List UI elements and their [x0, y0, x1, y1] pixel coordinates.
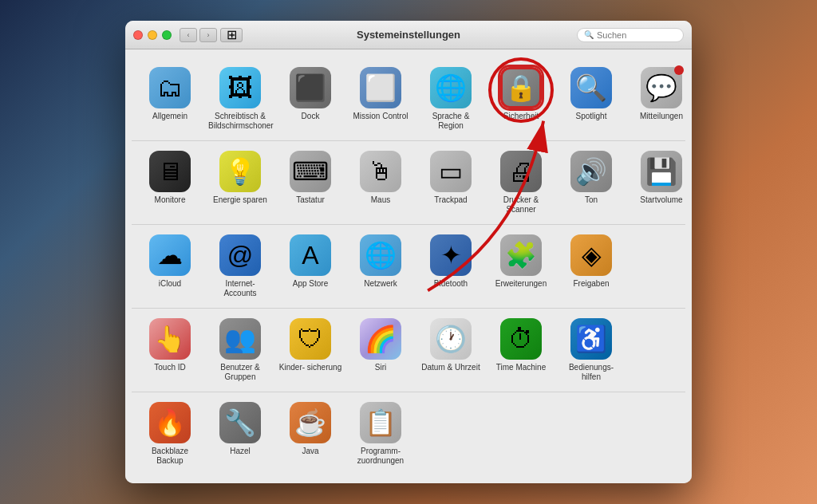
timemachine-emoji: ⏱ [508, 326, 534, 352]
icon-item-programm[interactable]: 📋Programm- zuordnungen [345, 399, 416, 469]
icon-item-touchid[interactable]: 👆Touch ID [135, 315, 205, 376]
icon-item-spotlight[interactable]: 🔍Spotlight [556, 64, 626, 124]
datum-label: Datum & Uhrzeit [421, 363, 480, 372]
backblaze-icon: 🔥 [149, 402, 191, 443]
icloud-label: iCloud [159, 279, 181, 289]
drucker-icon: 🖨 [500, 151, 542, 192]
icon-item-kinder[interactable]: 🛡Kinder- sicherung [275, 315, 345, 376]
touchid-emoji: 👆 [154, 326, 186, 352]
sicherheit-label: Sicherheit [503, 112, 539, 121]
search-box[interactable]: 🔍 [577, 28, 684, 42]
icon-item-dock[interactable]: ⬛Dock [275, 64, 345, 124]
benutzer-emoji: 👥 [224, 326, 256, 352]
icon-item-monitore[interactable]: 🖥Monitore [135, 148, 205, 208]
icon-item-drucker[interactable]: 🖨Drucker & Scanner [486, 148, 556, 218]
icon-item-backblaze[interactable]: 🔥Backblaze Backup [135, 399, 205, 469]
spotlight-icon: 🔍 [570, 67, 612, 108]
spotlight-label: Spotlight [576, 112, 607, 121]
icon-item-appstore[interactable]: AApp Store [275, 231, 345, 292]
schreibtisch-label: Schreibtisch & Bildschirmschoner [208, 112, 272, 131]
bedienung-icon: ♿ [570, 318, 612, 360]
icon-item-schreibtisch[interactable]: 🖼Schreibtisch & Bildschirmschoner [205, 64, 275, 134]
hazel-emoji: 🔧 [224, 410, 256, 435]
icon-item-energie[interactable]: 💡Energie sparen [205, 148, 275, 208]
siri-emoji: 🌈 [365, 326, 397, 352]
nav-buttons: ‹ › [180, 28, 217, 42]
icon-item-java[interactable]: ☕Java [275, 399, 345, 459]
icon-item-sicherheit[interactable]: 🔒Sicherheit [486, 64, 556, 124]
mitteilungen-icon: 💬 [641, 67, 682, 108]
monitore-emoji: 🖥 [157, 159, 183, 184]
timemachine-label: Time Machine [496, 363, 546, 372]
internet-emoji: @ [227, 242, 253, 268]
mitteilungen-emoji: 💬 [645, 75, 677, 100]
monitore-label: Monitore [155, 195, 186, 205]
mission-label: Mission Control [353, 112, 408, 121]
icon-item-sprache[interactable]: 🌐Sprache & Region [416, 64, 486, 134]
icon-item-ton[interactable]: 🔊Ton [556, 148, 626, 208]
drucker-emoji: 🖨 [508, 159, 534, 184]
icon-item-icloud[interactable]: ☁iCloud [135, 231, 205, 292]
grid-view-button[interactable]: ⊞ [220, 28, 243, 42]
kinder-icon: 🛡 [290, 318, 331, 360]
netzwerk-label: Netzwerk [364, 279, 397, 289]
programm-label: Programm- zuordnungen [349, 447, 412, 466]
energie-label: Energie sparen [213, 195, 267, 205]
close-button[interactable] [133, 30, 143, 40]
netzwerk-emoji: 🌐 [365, 242, 397, 268]
allgemein-label: Allgemein [152, 112, 187, 121]
icon-item-erweiterungen[interactable]: 🧩Erweiterungen [486, 231, 556, 292]
icon-item-internet[interactable]: @Internet- Accounts [205, 231, 275, 301]
icon-item-bedienung[interactable]: ♿Bedienungs- hilfen [556, 315, 626, 385]
traffic-lights [133, 30, 172, 40]
icon-item-maus[interactable]: 🖱Maus [345, 148, 416, 208]
icon-item-allgemein[interactable]: 🗂Allgemein [135, 64, 205, 124]
icon-item-tastatur[interactable]: ⌨Tastatur [275, 148, 345, 208]
touchid-label: Touch ID [154, 363, 185, 372]
icon-item-timemachine[interactable]: ⏱Time Machine [486, 315, 556, 376]
ton-label: Ton [585, 195, 598, 205]
sprache-icon: 🌐 [430, 67, 472, 108]
forward-button[interactable]: › [199, 28, 217, 42]
row-3: 👆Touch ID👥Benutzer & Gruppen🛡Kinder- sic… [132, 309, 685, 392]
icon-item-bluetooth[interactable]: ✦Bluetooth [416, 231, 486, 292]
dock-label: Dock [302, 112, 320, 121]
bluetooth-label: Bluetooth [434, 279, 468, 289]
siri-icon: 🌈 [360, 318, 401, 360]
preferences-grid: 🗂Allgemein🖼Schreibtisch & Bildschirmscho… [125, 49, 692, 483]
icon-item-siri[interactable]: 🌈Siri [345, 315, 416, 376]
bluetooth-emoji: ✦ [440, 242, 462, 268]
trackpad-emoji: ▭ [439, 159, 463, 184]
appstore-icon: A [290, 234, 331, 276]
mission-icon: ⬜ [360, 67, 401, 108]
sprache-label: Sprache & Region [419, 112, 483, 131]
back-button[interactable]: ‹ [180, 28, 197, 42]
minimize-button[interactable] [148, 30, 157, 40]
maus-emoji: 🖱 [368, 159, 393, 184]
icon-item-netzwerk[interactable]: 🌐Netzwerk [345, 231, 416, 292]
icon-item-datum[interactable]: 🕐Datum & Uhrzeit [416, 315, 486, 376]
energie-emoji: 💡 [224, 159, 256, 184]
tastatur-emoji: ⌨ [292, 159, 329, 184]
backblaze-label: Backblaze Backup [138, 447, 202, 466]
java-icon: ☕ [290, 402, 331, 443]
bluetooth-icon: ✦ [430, 234, 472, 276]
dock-icon: ⬛ [290, 67, 331, 108]
icon-item-trackpad[interactable]: ▭Trackpad [416, 148, 486, 208]
icon-item-freigaben[interactable]: ◈Freigaben [556, 231, 626, 292]
icloud-emoji: ☁ [157, 242, 183, 268]
icon-item-benutzer[interactable]: 👥Benutzer & Gruppen [205, 315, 275, 385]
search-input[interactable] [597, 30, 677, 40]
notification-badge [674, 65, 684, 75]
maximize-button[interactable] [162, 30, 172, 40]
icon-item-hazel[interactable]: 🔧Hazel [205, 399, 275, 459]
icon-item-startvolume[interactable]: 💾Startvolume [626, 148, 692, 208]
allgemein-emoji: 🗂 [157, 75, 183, 100]
freigaben-emoji: ◈ [582, 242, 602, 268]
maus-icon: 🖱 [360, 151, 401, 192]
search-icon: 🔍 [584, 30, 594, 39]
icon-item-mission[interactable]: ⬜Mission Control [345, 64, 416, 124]
appstore-emoji: A [302, 242, 318, 268]
sicherheit-emoji: 🔒 [505, 75, 537, 100]
icon-item-mitteilungen[interactable]: 💬Mitteilungen [626, 64, 692, 124]
